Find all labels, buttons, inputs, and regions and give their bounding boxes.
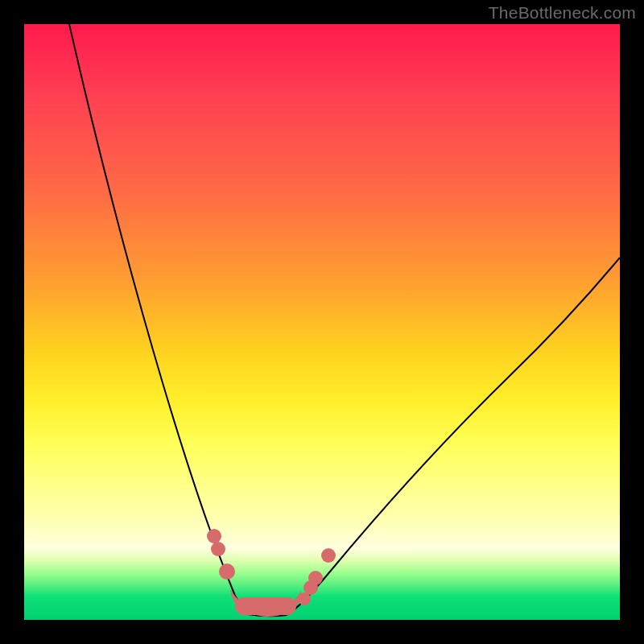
marker-dot [207,529,221,543]
marker-valley-fill [235,597,296,615]
watermark-text: TheBottleneck.com [489,3,636,23]
v-curve-left [69,24,248,614]
curve-svg [24,24,620,620]
v-curve-right [287,258,620,615]
marker-dot [219,564,235,580]
plot-area [24,24,620,620]
chart-frame: TheBottleneck.com [0,0,644,644]
marker-dot [308,571,323,585]
marker-dot [211,542,225,556]
marker-dot [321,548,336,563]
